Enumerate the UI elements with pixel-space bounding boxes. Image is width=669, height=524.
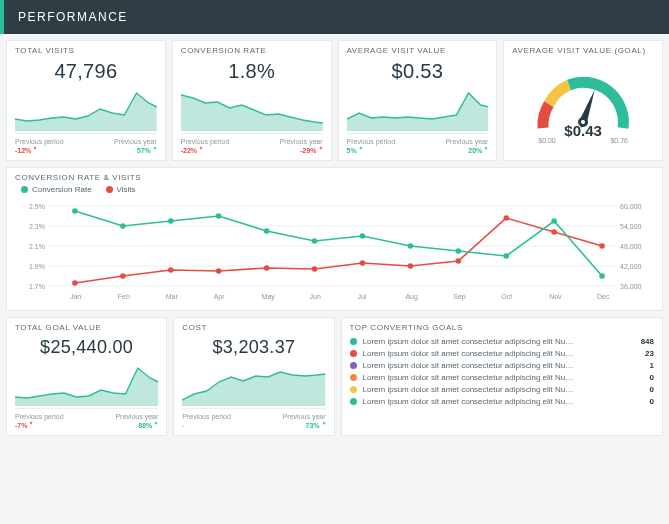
svg-point-48	[408, 243, 414, 249]
card-footer: Previous period - Previous year 73%˄	[182, 408, 325, 431]
card-title: TOTAL VISITS	[15, 47, 157, 56]
card-footer: Previous period -22%˅ Previous year -29%…	[181, 133, 323, 156]
svg-point-31	[168, 267, 174, 273]
sparkline-chart	[181, 85, 323, 131]
goal-text: Lorem ipsum dolor sit amet consectetur a…	[363, 373, 642, 382]
card-footer: Previous period -12%˅ Previous year 57%˄	[15, 133, 157, 156]
goal-dot-icon	[350, 398, 357, 405]
svg-point-50	[503, 253, 509, 259]
svg-text:1.9%: 1.9%	[29, 263, 45, 270]
goal-row: Lorem ipsum dolor sit amet consectetur a…	[350, 397, 655, 406]
card-footer: Previous period -7%˅ Previous year 88%˄	[15, 408, 158, 431]
up-icon: ˄	[153, 146, 157, 155]
goal-dot-icon	[350, 362, 357, 369]
card-title: CONVERSION RATE & VISITS	[15, 174, 654, 183]
card-total-goal-value: TOTAL GOAL VALUE $25,440.00 Previous per…	[6, 317, 167, 436]
card-title: TOP CONVERTING GOALS	[350, 324, 655, 333]
goal-dot-icon	[350, 350, 357, 357]
page-title: PERFORMANCE	[18, 10, 128, 24]
prev-period-value: -22%	[181, 147, 197, 154]
svg-text:42,000: 42,000	[620, 263, 641, 270]
goal-row: Lorem ipsum dolor sit amet consectetur a…	[350, 349, 655, 358]
card-title: COST	[182, 324, 325, 333]
svg-point-45	[264, 228, 270, 234]
goal-text: Lorem ipsum dolor sit amet consectetur a…	[363, 361, 642, 370]
goal-dot-icon	[350, 386, 357, 393]
card-conversion-rate: CONVERSION RATE 1.8% Previous period -22…	[172, 40, 332, 161]
metric-value: $3,203.37	[182, 337, 325, 358]
svg-point-37	[456, 258, 462, 264]
down-icon: ˅	[29, 421, 33, 430]
goal-dot-icon	[350, 374, 357, 381]
svg-text:Jun: Jun	[310, 293, 321, 300]
prev-year-label: Previous year	[283, 412, 326, 421]
goal-text: Lorem ipsum dolor sit amet consectetur a…	[363, 397, 642, 406]
goal-text: Lorem ipsum dolor sit amet consectetur a…	[363, 385, 642, 394]
svg-point-34	[312, 266, 318, 272]
prev-year-value: 20%	[468, 147, 482, 154]
metric-value: $25,440.00	[15, 337, 158, 358]
chart-legend: Conversion Rate Visits	[21, 185, 654, 194]
goals-list: Lorem ipsum dolor sit amet consectetur a…	[350, 337, 655, 406]
sparkline-chart	[347, 85, 489, 131]
card-footer: Previous period 5%˄ Previous year 20%˄	[347, 133, 489, 156]
goal-value: 0	[650, 397, 654, 406]
goal-text: Lorem ipsum dolor sit amet consectetur a…	[363, 337, 633, 346]
svg-text:May: May	[262, 293, 276, 301]
svg-text:1.7%: 1.7%	[29, 283, 45, 290]
gauge-min: $0.00	[538, 137, 556, 144]
svg-point-46	[312, 238, 318, 244]
svg-point-30	[120, 273, 126, 279]
down-icon: ˅	[199, 146, 203, 155]
prev-year-label: Previous year	[115, 412, 158, 421]
prev-period-value: -7%	[15, 422, 27, 429]
card-title: AVERAGE VISIT VALUE	[347, 47, 489, 56]
goal-row: Lorem ipsum dolor sit amet consectetur a…	[350, 337, 655, 346]
svg-point-36	[408, 263, 414, 269]
goal-value: 23	[645, 349, 654, 358]
svg-point-47	[360, 233, 366, 239]
svg-point-49	[456, 248, 462, 254]
dual-axis-line-chart: 2.5% 2.3% 2.1% 1.9% 1.7% 60,000 54,000 4…	[15, 196, 654, 304]
svg-point-38	[503, 215, 509, 221]
metric-value: $0.53	[347, 60, 489, 83]
card-avg-visit-value: AVERAGE VISIT VALUE $0.53 Previous perio…	[338, 40, 498, 161]
up-icon: ˄	[359, 146, 363, 155]
svg-point-35	[360, 260, 366, 266]
goal-value: 0	[650, 373, 654, 382]
prev-year-value: 73%	[305, 422, 319, 429]
svg-point-41	[72, 208, 78, 214]
card-avg-visit-goal: AVERAGE VISIT VALUE (GOAL) $0.43 $0.00 $…	[503, 40, 663, 161]
card-total-visits: TOTAL VISITS 47,796 Previous period -12%…	[6, 40, 166, 161]
card-cost: COST $3,203.37 Previous period - Previou…	[173, 317, 334, 436]
up-icon: ˄	[154, 421, 158, 430]
prev-year-label: Previous year	[280, 137, 323, 146]
goal-dot-icon	[350, 338, 357, 345]
svg-text:60,000: 60,000	[620, 203, 641, 210]
prev-period-value: -	[182, 422, 184, 429]
prev-year-label: Previous year	[445, 137, 488, 146]
svg-text:Oct: Oct	[501, 293, 512, 300]
up-icon: ˄	[322, 421, 326, 430]
sparkline-chart	[15, 85, 157, 131]
prev-year-value: 88%	[138, 422, 152, 429]
svg-text:Jan: Jan	[70, 293, 81, 300]
prev-period-label: Previous period	[15, 137, 64, 146]
svg-text:Feb: Feb	[118, 293, 130, 300]
prev-period-label: Previous period	[15, 412, 64, 421]
goal-row: Lorem ipsum dolor sit amet consectetur a…	[350, 385, 655, 394]
prev-period-label: Previous period	[181, 137, 230, 146]
svg-point-39	[551, 229, 557, 235]
goal-row: Lorem ipsum dolor sit amet consectetur a…	[350, 361, 655, 370]
svg-point-44	[216, 213, 222, 219]
svg-text:2.5%: 2.5%	[29, 203, 45, 210]
gauge-max: $0.76	[610, 137, 628, 144]
goal-value: 1	[650, 361, 654, 370]
legend-conversion-rate: Conversion Rate	[21, 185, 92, 194]
svg-point-29	[72, 280, 78, 286]
svg-text:Sep: Sep	[453, 293, 466, 301]
legend-visits: Visits	[106, 185, 136, 194]
card-title: CONVERSION RATE	[181, 47, 323, 56]
svg-point-52	[599, 273, 605, 279]
goal-row: Lorem ipsum dolor sit amet consectetur a…	[350, 373, 655, 382]
